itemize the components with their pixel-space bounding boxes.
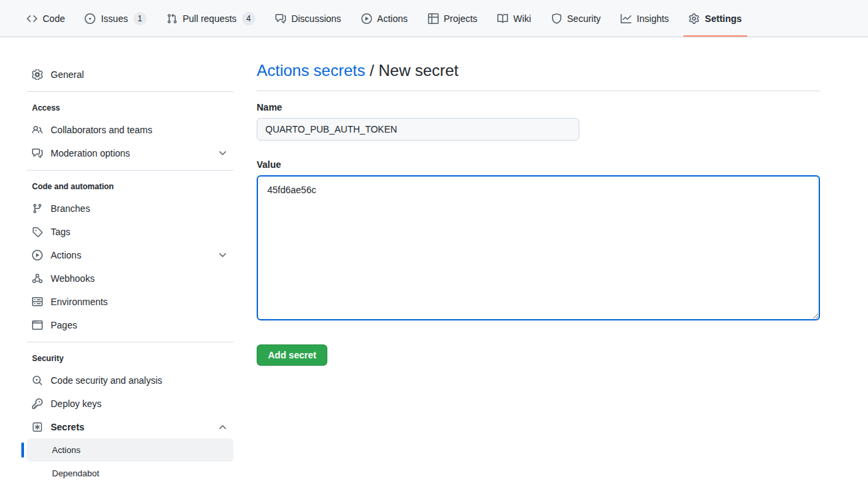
sidebar-item-pages[interactable]: Pages bbox=[27, 313, 233, 336]
sidebar-item-deploy-keys[interactable]: Deploy keys bbox=[27, 392, 233, 415]
sidebar-item-branches[interactable]: Branches bbox=[27, 197, 233, 220]
git-branch-icon bbox=[32, 203, 43, 214]
discussions-icon bbox=[275, 13, 286, 24]
discussions-icon bbox=[32, 148, 43, 159]
sidebar-item-label: Actions bbox=[52, 445, 81, 455]
tab-label: Insights bbox=[637, 13, 669, 24]
tag-icon bbox=[32, 227, 43, 237]
sidebar-item-moderation-options[interactable]: Moderation options bbox=[27, 141, 233, 165]
sidebar-section-security: Security bbox=[27, 348, 233, 368]
pull-requests-count-badge: 4 bbox=[242, 12, 255, 25]
sidebar-item-label: Tags bbox=[51, 227, 71, 237]
sidebar-section-code-automation: Code and automation bbox=[27, 176, 233, 197]
sidebar-item-tags[interactable]: Tags bbox=[27, 220, 233, 243]
sidebar-subitem-secrets-actions[interactable]: Actions bbox=[27, 438, 233, 462]
sidebar-item-label: General bbox=[51, 69, 84, 80]
graph-icon bbox=[621, 13, 631, 24]
gear-icon bbox=[32, 69, 43, 80]
tab-actions[interactable]: Actions bbox=[356, 0, 413, 37]
issues-count-badge: 1 bbox=[133, 12, 147, 25]
breadcrumb-current: New secret bbox=[379, 61, 459, 79]
settings-sidebar: General Access Collaborators and teams M… bbox=[27, 37, 233, 485]
codescan-icon bbox=[32, 375, 43, 386]
chevron-up-icon bbox=[217, 422, 228, 432]
tab-label: Pull requests bbox=[183, 13, 237, 24]
tab-label: Wiki bbox=[513, 13, 531, 24]
add-secret-button[interactable]: Add secret bbox=[257, 344, 327, 366]
key-asterisk-icon bbox=[32, 422, 43, 432]
sidebar-item-label: Webhooks bbox=[51, 273, 95, 284]
tab-pull-requests[interactable]: Pull requests 4 bbox=[161, 0, 261, 37]
sidebar-item-label: Deploy keys bbox=[51, 398, 101, 409]
new-secret-panel: Actions secrets / New secret Name Value … bbox=[257, 37, 820, 366]
secret-value-textarea[interactable]: 45fd6ae56c bbox=[257, 175, 820, 320]
tab-label: Code bbox=[43, 13, 65, 24]
play-icon bbox=[361, 13, 372, 24]
page-title: Actions secrets / New secret bbox=[257, 61, 820, 91]
issue-opened-icon bbox=[85, 13, 95, 24]
pull-request-icon bbox=[167, 13, 177, 24]
tab-wiki[interactable]: Wiki bbox=[492, 0, 536, 37]
tab-discussions[interactable]: Discussions bbox=[270, 0, 347, 37]
breadcrumb-separator: / bbox=[369, 61, 374, 79]
sidebar-item-environments[interactable]: Environments bbox=[27, 290, 233, 313]
sidebar-subitem-secrets-dependabot[interactable]: Dependabot bbox=[27, 462, 233, 485]
sidebar-section-access: Access bbox=[27, 97, 233, 118]
tab-label: Actions bbox=[377, 13, 408, 24]
actions-secrets-link[interactable]: Actions secrets bbox=[257, 61, 365, 79]
chevron-down-icon bbox=[217, 148, 228, 159]
sidebar-item-label: Branches bbox=[51, 203, 90, 214]
tab-issues[interactable]: Issues 1 bbox=[79, 0, 151, 37]
sidebar-divider bbox=[27, 91, 233, 92]
name-label: Name bbox=[257, 102, 820, 113]
sidebar-item-actions[interactable]: Actions bbox=[27, 243, 233, 266]
code-icon bbox=[27, 13, 37, 24]
browser-icon bbox=[32, 320, 43, 330]
sidebar-item-label: Pages bbox=[51, 320, 77, 330]
chevron-down-icon bbox=[217, 250, 228, 260]
sidebar-item-collaborators[interactable]: Collaborators and teams bbox=[27, 118, 233, 141]
tab-settings[interactable]: Settings bbox=[683, 0, 747, 37]
server-icon bbox=[32, 296, 43, 307]
repo-nav: Code Issues 1 Pull requests 4 Discussion… bbox=[0, 0, 868, 37]
shield-icon bbox=[551, 13, 562, 24]
tab-label: Settings bbox=[705, 13, 741, 24]
value-label: Value bbox=[257, 159, 820, 170]
sidebar-item-webhooks[interactable]: Webhooks bbox=[27, 266, 233, 290]
sidebar-item-label: Dependabot bbox=[52, 468, 99, 478]
secret-name-input[interactable] bbox=[257, 118, 579, 141]
sidebar-item-code-security[interactable]: Code security and analysis bbox=[27, 368, 233, 392]
webhook-icon bbox=[32, 273, 43, 284]
tab-security[interactable]: Security bbox=[546, 0, 607, 37]
tab-label: Issues bbox=[101, 13, 127, 24]
sidebar-item-secrets[interactable]: Secrets bbox=[27, 415, 233, 438]
key-icon bbox=[32, 398, 43, 409]
projects-icon bbox=[428, 13, 439, 24]
tab-label: Projects bbox=[444, 13, 478, 24]
tab-code[interactable]: Code bbox=[21, 0, 70, 37]
sidebar-item-label: Moderation options bbox=[51, 148, 130, 159]
play-icon bbox=[32, 250, 43, 260]
sidebar-item-label: Code security and analysis bbox=[51, 375, 162, 386]
gear-icon bbox=[689, 13, 699, 24]
sidebar-divider bbox=[27, 170, 233, 171]
people-icon bbox=[32, 125, 43, 135]
sidebar-item-label: Secrets bbox=[51, 422, 85, 432]
sidebar-item-label: Actions bbox=[51, 250, 81, 260]
sidebar-item-general[interactable]: General bbox=[27, 63, 233, 86]
tab-insights[interactable]: Insights bbox=[615, 0, 674, 37]
tab-projects[interactable]: Projects bbox=[423, 0, 483, 37]
sidebar-item-label: Environments bbox=[51, 296, 108, 307]
book-icon bbox=[497, 13, 508, 24]
tab-label: Discussions bbox=[291, 13, 341, 24]
tab-label: Security bbox=[567, 13, 601, 24]
sidebar-item-label: Collaborators and teams bbox=[51, 125, 153, 135]
sidebar-divider bbox=[27, 342, 233, 342]
